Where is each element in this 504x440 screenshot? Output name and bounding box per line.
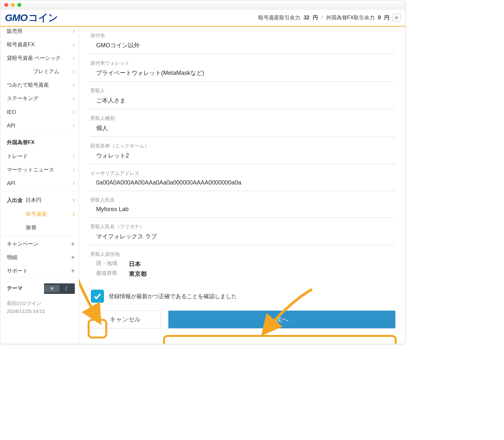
chevron-right-icon: › [73,108,75,116]
chevron-right-icon: › [73,210,75,218]
field-recipient-type: 受取人種別 個人 [89,109,395,137]
theme-toggle[interactable]: ☀ ☾ [44,283,75,294]
window-titlebar [0,0,405,10]
sidebar-item-tsumitate[interactable]: つみたて暗号資産› [0,78,79,92]
zoom-dot[interactable] [17,3,21,7]
field-wallet: 送付先ウォレット プライベートウォレット(MetaMaskなど) [89,54,395,82]
sidebar-item-marketnews[interactable]: マーケットニュース› [0,163,79,177]
chevron-right-icon: › [73,67,75,76]
plus-icon: + [71,254,75,261]
sidebar-item-cryptofx[interactable]: 暗号資産FX› [0,38,79,52]
check-icon [93,292,102,300]
chevron-right-icon: › [73,121,75,130]
chevron-right-icon: › [73,27,75,35]
brand-logo: GMOコイン [5,11,58,25]
plus-icon: + [71,267,75,275]
sidebar-section-fx: 外国為替FX [0,135,79,150]
sidebar-item-trade[interactable]: トレード› [0,150,79,163]
chevron-right-icon: › [73,94,75,103]
sidebar-item-crypto-asset[interactable]: 暗号資産› [0,208,79,221]
sidebar-item-campaign[interactable]: キャンペーン+ [0,237,79,251]
sidebar-item-lending-premium[interactable]: プレミアム› [0,65,79,78]
chevron-right-icon: › [73,179,75,187]
confirm-checkbox[interactable] [91,290,104,303]
confirm-text: 登録情報が最新かつ正確であることを確認しました [109,293,237,300]
chevron-right-icon: › [73,196,75,204]
plus-icon: + [71,240,75,248]
close-dot[interactable] [4,3,8,7]
sidebar-item-transfer[interactable]: 振替 [0,221,79,234]
field-destination: 送付先 GMOコイン以外 [89,27,395,54]
chevron-right-icon: › [73,165,75,174]
theme-row: テーマ ☀ ☾ [0,278,79,297]
refresh-button[interactable]: ⟳ [393,14,401,22]
cancel-button[interactable]: キャンセル [89,311,161,328]
sidebar-item-api[interactable]: API› [0,119,79,132]
field-recipient-name: 受取人氏名 Myforex Lab [89,191,395,218]
chevron-right-icon: › [73,40,75,49]
moon-icon: ☾ [59,285,75,292]
sun-icon: ☀ [44,285,59,292]
sidebar-section-io[interactable]: 入出金 日本円 › [0,193,79,208]
sidebar-item-meisai[interactable]: 明細+ [0,251,79,264]
sidebar-item-lending-basic[interactable]: 貸暗号資産 ベーシック› [0,52,79,65]
minimize-dot[interactable] [11,3,15,7]
chevron-right-icon: › [73,152,75,161]
chevron-right-icon: › [73,54,75,62]
last-login: 前回のログイン 2024/11/25 14:01 [0,297,79,315]
sidebar-item-staking[interactable]: ステーキング› [0,92,79,105]
field-residence: 受取人居住地 国・地域日本 都道府県東京都 [89,245,395,282]
sidebar-item-fx-api[interactable]: API› [0,177,79,190]
chevron-right-icon: › [73,81,75,89]
sidebar-item-ieo[interactable]: IEO› [0,105,79,119]
next-button[interactable]: 次へ [168,311,395,328]
field-recipient-kana: 受取人氏名（フリガナ） マイフォレックス ラブ [89,218,395,245]
field-recipient: 受取人 ご本人さま [89,82,395,109]
field-eth-address: イーサリアムアドレス 0a00A0A000AA00AAa0Aa0a000000A… [89,165,395,191]
field-nickname: 宛先名称（ニックネーム） ウォレット2 [89,137,395,165]
balance-summary: 暗号資産取引余力 32 円 / 外国為替FX取引余力 0 円 ⟳ [258,14,401,22]
sidebar-item-hanbaijo[interactable]: 販売所› [0,27,79,38]
sidebar-item-support[interactable]: サポート+ [0,264,79,278]
